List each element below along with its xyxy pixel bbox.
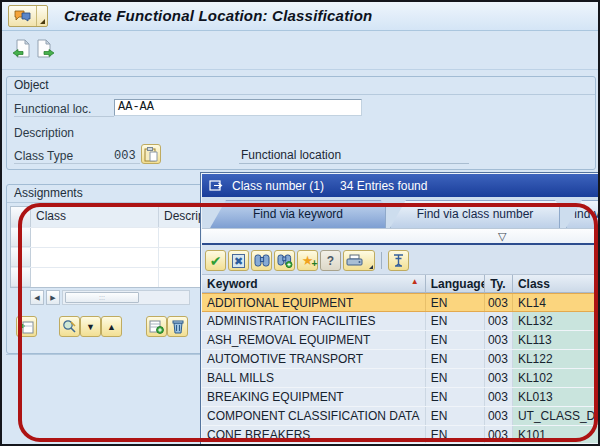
keyword-cell: BALL MILLS — [202, 369, 426, 387]
select-all-cell[interactable] — [11, 207, 31, 227]
tab-find-via-class-number[interactable]: Find via class number — [390, 200, 560, 228]
dialog-titlebar[interactable]: Class number (1) 34 Entries found — [202, 174, 600, 197]
find-next-button[interactable] — [274, 250, 295, 271]
class-type-label: Class Type — [14, 149, 114, 164]
toolbar-separator — [381, 252, 382, 269]
move-down-icon: ▼ — [86, 322, 95, 332]
print-button[interactable] — [343, 250, 375, 271]
services-menu-button[interactable] — [8, 5, 48, 27]
language-cell: EN — [426, 388, 485, 406]
exit-icon[interactable] — [36, 39, 55, 58]
move-down-button[interactable]: ▼ — [80, 316, 101, 337]
back-icon[interactable] — [12, 39, 31, 58]
dialog-entries-count: 34 Entries found — [340, 179, 427, 193]
language-column-header[interactable]: Language — [426, 275, 485, 292]
language-cell: EN — [426, 407, 485, 425]
help-icon: ? — [327, 254, 334, 268]
scroll-right-button[interactable]: ▶ — [46, 290, 60, 305]
insert-reference-icon — [19, 319, 34, 334]
row-selector[interactable] — [11, 268, 31, 287]
move-up-button[interactable]: ▲ — [101, 316, 122, 337]
results-header-row: Keyword ▲ Language Ty. Class — [202, 274, 600, 293]
restrictions-strip[interactable]: ▽ — [202, 228, 600, 245]
scrollbar-track[interactable]: ::: — [62, 290, 190, 305]
type-cell: 003 — [485, 331, 513, 349]
class-cell: KL122 — [513, 350, 600, 368]
page-title: Create Functional Location: Classificati… — [64, 7, 372, 24]
result-row[interactable]: ADMINISTRATION FACILITIESEN003KL132 — [202, 312, 600, 331]
pin-icon — [392, 254, 405, 268]
row-selector[interactable] — [11, 228, 31, 247]
delete-row-button[interactable] — [167, 316, 188, 337]
class-column-header[interactable]: Class — [31, 207, 159, 227]
print-dropdown-arrow[interactable] — [369, 265, 373, 269]
description-label: Description — [14, 126, 114, 141]
scroll-left-icon: ◀ — [34, 294, 39, 302]
magnifier-pencil-icon — [62, 319, 77, 334]
binoculars-plus-icon — [277, 254, 293, 268]
functional-loc-input[interactable]: AA-AA — [114, 99, 362, 116]
result-row[interactable]: BREAKING EQUIPMENTEN003KL013 — [202, 388, 600, 407]
class-column-header[interactable]: Class — [513, 275, 600, 292]
class-cell[interactable] — [31, 248, 159, 267]
app-toolbar — [2, 32, 598, 70]
result-row[interactable]: BALL MILLSEN003KL102 — [202, 369, 600, 388]
menu-dropdown-arrow[interactable] — [36, 6, 47, 26]
toolbar-spacer — [37, 316, 59, 337]
class-type-value[interactable]: 003 — [114, 149, 140, 164]
keyword-cell: ADMINISTRATION FACILITIES — [202, 312, 426, 330]
class-cell[interactable] — [31, 268, 159, 287]
sap-window: Create Functional Location: Classificati… — [0, 0, 600, 446]
keyword-column-header[interactable]: Keyword ▲ — [202, 275, 426, 292]
assignments-toolbar: ▼ ▲ — [16, 316, 223, 337]
keyword-cell: BREAKING EQUIPMENT — [202, 388, 426, 406]
results-table-body: ADDITIONAL EQUIPMENTEN003KL14ADMINISTRAT… — [202, 293, 600, 443]
type-cell: 003 — [485, 350, 513, 368]
scroll-left-button[interactable]: ◀ — [30, 290, 44, 305]
language-cell: EN — [426, 426, 485, 443]
find-button[interactable] — [251, 250, 272, 271]
add-row-icon — [149, 319, 164, 334]
class-cell[interactable] — [31, 228, 159, 247]
class-type-description: Functional location — [239, 148, 469, 164]
dialog-tabstrip: Find via keywordFind via class numberFin… — [202, 197, 600, 228]
hold-list-button[interactable] — [388, 250, 409, 271]
class-cell: KL113 — [513, 331, 600, 349]
result-row[interactable]: CONE BREAKERSEN003K101 — [202, 426, 600, 443]
language-cell: EN — [426, 331, 485, 349]
printer-icon — [346, 254, 363, 268]
language-cell: EN — [426, 294, 485, 311]
row-selector[interactable] — [11, 248, 31, 267]
cancel-button[interactable]: ✖ — [228, 250, 249, 271]
type-column-header[interactable]: Ty. — [485, 275, 513, 292]
add-row-button[interactable] — [146, 316, 167, 337]
type-cell: 003 — [485, 388, 513, 406]
result-row[interactable]: COMPONENT CLASSIFICATION DATAEN003UT_CLA… — [202, 407, 600, 426]
collapse-icon[interactable]: ▽ — [498, 230, 506, 243]
class-cell: KL14 — [513, 294, 600, 311]
scrollbar-thumb[interactable]: ::: — [65, 292, 139, 303]
language-cell: EN — [426, 369, 485, 387]
result-row[interactable]: ASH_REMOVAL EQUIPMENTEN003KL113 — [202, 331, 600, 350]
assignments-hscrollbar: ◀ ▶ ::: — [30, 290, 190, 305]
tab-find-via-keyword[interactable]: Find via keyword — [210, 200, 386, 228]
class-cell: UT_CLASS_DA — [513, 407, 600, 425]
keyword-cell: ASH_REMOVAL EQUIPMENT — [202, 331, 426, 349]
add-to-favorites-button[interactable]: ★ + — [297, 250, 318, 271]
binoculars-icon — [254, 254, 270, 267]
language-cell: EN — [426, 350, 485, 368]
restrict-values-icon — [209, 179, 224, 192]
insert-reference-button[interactable] — [16, 316, 37, 337]
star-plus-icon: ★ + — [302, 254, 314, 267]
help-button[interactable]: ? — [320, 250, 341, 271]
tab-find-via[interactable]: Find via — [566, 200, 600, 228]
class-cell: KL102 — [513, 369, 600, 387]
result-row[interactable]: AUTOMOTIVE TRANSPORTEN003KL122 — [202, 350, 600, 369]
result-row[interactable]: ADDITIONAL EQUIPMENTEN003KL14 — [202, 293, 600, 312]
clipboard-button[interactable] — [141, 144, 161, 164]
sort-ascending-icon[interactable]: ▲ — [411, 277, 419, 286]
detail-view-button[interactable] — [59, 316, 80, 337]
accept-button[interactable]: ✔ — [205, 250, 226, 271]
keyword-cell: AUTOMOTIVE TRANSPORT — [202, 350, 426, 368]
dialog-title: Class number (1) — [232, 179, 324, 193]
